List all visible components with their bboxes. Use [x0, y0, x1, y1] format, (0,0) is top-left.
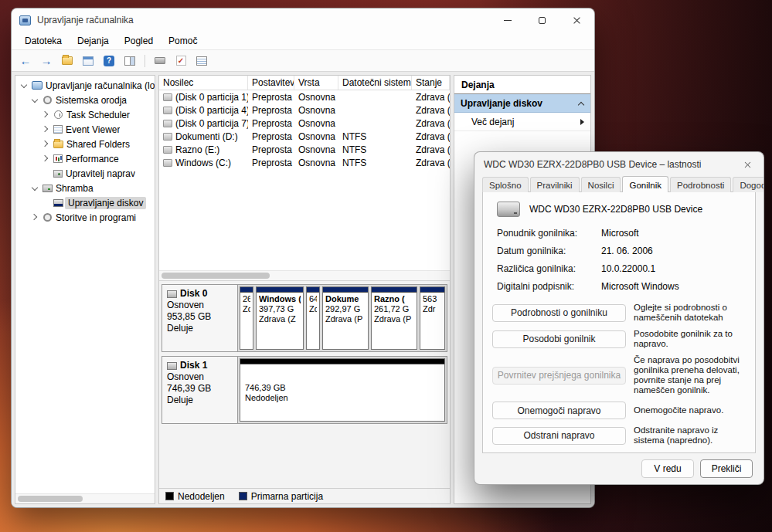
tree-item-label: Upravitelj naprav	[66, 168, 135, 179]
back-button[interactable]: ←	[18, 53, 33, 69]
minimize-button[interactable]	[490, 8, 525, 32]
volume-name: (Disk 0 particija 1)	[175, 92, 248, 103]
volume-name: (Disk 0 particija 7)	[175, 118, 248, 129]
partition-windows[interactable]: Windows ( 397,73 G Zdrava (Z	[256, 286, 304, 350]
actions-group-disk-management[interactable]: Upravljanje diskov	[454, 94, 590, 113]
column-header-layout[interactable]: Postavitev	[248, 76, 294, 90]
action-pane-icon	[124, 56, 135, 66]
disable-device-button[interactable]: Onemogoči napravo	[492, 402, 626, 419]
tree-item-label: Performance	[66, 154, 119, 164]
check-disk-button[interactable]	[173, 53, 189, 69]
ok-button[interactable]: V redu	[641, 459, 694, 478]
up-level-button[interactable]	[60, 53, 75, 69]
partition[interactable]: 563 Zdr	[420, 286, 445, 350]
refresh-disk-button[interactable]	[152, 53, 168, 69]
menu-view[interactable]: Pogled	[117, 33, 160, 49]
help-button[interactable]	[101, 53, 117, 69]
console-tree-pane: Upravljanje računalnika (lokalno) Sistem…	[15, 75, 155, 504]
disk1-header[interactable]: Disk 1 Osnoven 746,39 GB Deluje	[162, 357, 238, 423]
volume-row[interactable]: Windows (C:) Preprosta Osnovna NTFS Zdra…	[159, 156, 450, 169]
tree-horizontal-scrollbar[interactable]	[15, 493, 155, 503]
disk-type: Osnoven	[167, 300, 233, 311]
tree-item-device-manager[interactable]: Upravitelj naprav	[15, 166, 155, 181]
menu-file[interactable]: Datoteka	[18, 33, 69, 49]
disk0-header[interactable]: Disk 0 Osnoven 953,85 GB Deluje	[162, 285, 238, 351]
scrollbar-thumb[interactable]	[18, 496, 83, 502]
tree-item-event-viewer[interactable]: Event Viewer	[15, 122, 155, 137]
volume-row[interactable]: (Disk 0 particija 1) Preprosta Osnovna Z…	[159, 90, 450, 103]
volume-rows: (Disk 0 particija 1) Preprosta Osnovna Z…	[159, 90, 450, 270]
volume-status: Zdrava (Pa	[412, 118, 450, 129]
uninstall-device-button[interactable]: Odstrani napravo	[492, 427, 626, 445]
column-header-status[interactable]: Stanje	[412, 76, 450, 90]
menu-help[interactable]: Pomoč	[162, 33, 204, 49]
dialog-title-bar[interactable]: WDC WD30 EZRX-22D8PB0 USB Device – lastn…	[474, 152, 763, 177]
partition[interactable]: 26 Zd	[240, 286, 253, 350]
show-console-tree-button[interactable]	[80, 53, 96, 69]
tree-item-disk-management[interactable]: Upravljanje diskov	[15, 195, 155, 210]
volume-layout: Preprosta	[248, 92, 294, 103]
window-title: Upravljanje računalnika	[37, 15, 134, 25]
maximize-button[interactable]	[525, 8, 559, 32]
unallocated-space[interactable]: 746,39 GB Nedodeljen	[240, 358, 445, 422]
column-header-type[interactable]: Vrsta	[294, 76, 338, 90]
show-action-pane-button[interactable]	[122, 53, 138, 69]
volume-type: Osnovna	[294, 131, 338, 142]
volume-row[interactable]: (Disk 0 particija 4) Preprosta Osnovna Z…	[159, 103, 450, 117]
update-driver-button[interactable]: Posodobi gonilnik	[492, 330, 626, 348]
tree-item-services-applications[interactable]: Storitve in programi	[15, 210, 155, 225]
tree-item-task-scheduler[interactable]: Task Scheduler	[15, 107, 155, 122]
driver-details-button[interactable]: Podrobnosti o gonilniku	[492, 304, 626, 322]
tree-item-system-tools[interactable]: Sistemska orodja	[15, 93, 155, 107]
chevron-down-icon[interactable]	[20, 81, 29, 90]
chevron-right-icon[interactable]	[42, 154, 50, 163]
partition-dokumenti[interactable]: Dokume 292,97 G Zdrava (P	[322, 286, 369, 350]
volume-row[interactable]: Razno (E:) Preprosta Osnovna NTFS Zdrava…	[159, 143, 450, 156]
event-log-icon	[53, 125, 63, 134]
column-header-filesystem[interactable]: Datotečni sistem	[338, 76, 412, 90]
menu-action[interactable]: Dejanja	[70, 33, 116, 49]
scrollbar-thumb[interactable]	[162, 273, 270, 279]
chevron-down-icon[interactable]	[31, 96, 39, 104]
tab-events[interactable]: Dogodki	[733, 177, 764, 192]
toolbar: ← →	[12, 50, 594, 72]
chevron-right-icon[interactable]	[42, 110, 50, 119]
field-value: Microsoft	[601, 228, 746, 239]
tab-volumes[interactable]: Nosilci	[581, 177, 621, 192]
check-icon	[176, 56, 186, 66]
tab-policies[interactable]: Pravilniki	[530, 177, 580, 192]
volume-layout: Preprosta	[248, 105, 294, 116]
more-actions-item[interactable]: Več dejanj	[454, 113, 590, 131]
properties-button[interactable]	[194, 53, 209, 69]
tree-item-computer-management[interactable]: Upravljanje računalnika (lokalno)	[15, 78, 155, 93]
partition[interactable]: 64 Zd	[306, 286, 320, 350]
chevron-down-icon[interactable]	[31, 184, 39, 192]
volume-row[interactable]: (Disk 0 particija 7) Preprosta Osnovna Z…	[159, 117, 450, 130]
driver-action-description: Posodobite gonilnik za to napravo.	[634, 329, 746, 349]
properties-icon	[196, 56, 207, 66]
chevron-right-icon[interactable]	[42, 140, 50, 148]
forward-button[interactable]: →	[39, 53, 54, 69]
chevron-right-icon[interactable]	[42, 125, 50, 134]
column-header-volume[interactable]: Nosilec	[159, 76, 248, 90]
tab-general[interactable]: Splošno	[482, 177, 529, 192]
volume-list-horizontal-scrollbar[interactable]	[159, 270, 450, 280]
disk1-partitions: 746,39 GB Nedodeljen	[238, 357, 447, 423]
field-value: 21. 06. 2006	[601, 246, 746, 256]
close-button[interactable]	[559, 8, 594, 32]
chevron-right-icon[interactable]	[31, 213, 39, 222]
tree-item-shared-folders[interactable]: Shared Folders	[15, 137, 155, 151]
tree-item-storage[interactable]: Shramba	[15, 181, 155, 195]
tab-driver[interactable]: Gonilnik	[622, 176, 668, 192]
partition-razno[interactable]: Razno ( 261,72 G Zdrava (P	[371, 286, 417, 350]
computer-icon	[32, 81, 43, 90]
title-bar[interactable]: Upravljanje računalnika	[12, 8, 594, 32]
volume-row[interactable]: Dokumenti (D:) Preprosta Osnovna NTFS Zd…	[159, 130, 450, 143]
dialog-close-button[interactable]	[731, 152, 763, 177]
field-value: 10.0.22000.1	[601, 263, 746, 274]
legend-primary-partition: Primarna particija	[239, 491, 323, 502]
cancel-button[interactable]: Prekliči	[700, 459, 753, 478]
driver-action-description: Oglejte si podrobnosti o nameščenih dato…	[634, 303, 746, 323]
tree-item-performance[interactable]: Performance	[15, 151, 155, 166]
tab-details[interactable]: Podrobnosti	[670, 177, 731, 192]
